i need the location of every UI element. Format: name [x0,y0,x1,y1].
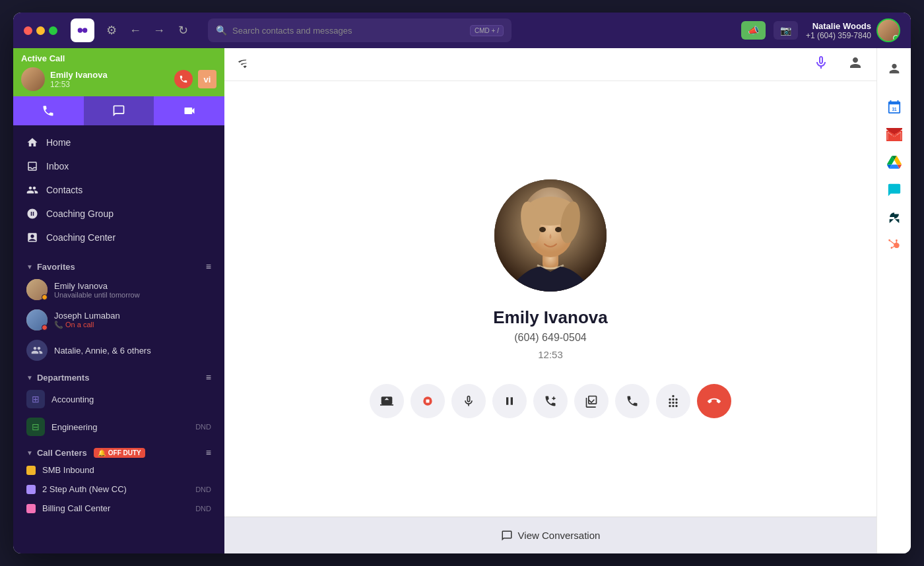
search-input[interactable] [232,26,465,36]
user-phone: +1 (604) 359-7840 [806,31,871,40]
nav-label-coaching-center: Coaching Center [46,232,116,243]
call-centers-header: ▼ Call Centers 🔔 OFF DUTY ≡ [13,441,224,460]
cc-item-2step[interactable]: 2 Step Auth (New CC) DND [13,480,224,499]
favorites-arrow[interactable]: ▼ [26,263,33,270]
nav-item-contacts[interactable]: Contacts [13,178,224,202]
call-content: Emily Ivanova (604) 649-0504 12:53 [224,81,876,517]
svg-point-9 [539,227,546,232]
drive-icon [887,155,902,170]
transfer-button[interactable] [574,384,609,418]
home-icon [26,137,38,148]
refresh-button[interactable]: ↻ [174,21,192,40]
cc-name-2step: 2 Step Auth (New CC) [42,484,127,494]
right-icon-zendesk[interactable] [882,205,907,230]
dept-item-engineering[interactable]: ⊟ Engineering DND [13,413,224,441]
contact-photo-svg [494,179,607,292]
fav-item-group[interactable]: Natalie, Annie, & 6 others [13,335,224,365]
view-conversation-bar[interactable]: View Conversation [224,517,876,553]
active-call-initial: vi [198,70,216,88]
add-call-button[interactable] [533,384,568,418]
fav-avatar-joseph [26,309,48,330]
fav-name-emily: Emily Ivanova [54,281,140,291]
right-panel: 31 M [876,48,911,553]
chat-action-button[interactable] [84,96,154,125]
mic-mute-icon [462,394,475,408]
chat-icon [112,104,125,117]
search-bar[interactable]: 🔍 CMD + / [208,18,512,42]
keypad-icon [667,394,680,408]
cc-item-billing[interactable]: Billing Call Center DND [13,499,224,518]
camera-icon-btn[interactable]: 📷 [774,21,798,40]
fav-name-joseph: Joseph Lumaban [54,311,120,321]
svg-text:31: 31 [892,107,897,111]
mic-icon-svg [813,55,829,71]
engineering-icon: ⊟ [26,418,45,436]
hold-button[interactable] [492,384,527,418]
minimize-button[interactable] [36,26,45,35]
profile-icon[interactable] [847,55,863,75]
add-call-icon [544,394,557,408]
2step-dnd-badge: DND [195,486,211,493]
forward-button[interactable]: → [150,21,168,40]
close-button[interactable] [24,26,32,35]
nav-item-inbox[interactable]: Inbox [13,154,224,178]
hubspot-icon [887,238,902,253]
user-avatar[interactable] [876,18,900,42]
online-status-dot [893,35,899,41]
dept-item-accounting[interactable]: ⊞ Accounting [13,385,224,413]
departments-arrow[interactable]: ▼ [26,374,33,381]
megaphone-icon: 📣 [748,25,759,36]
microphone-icon[interactable] [813,55,829,75]
back-button[interactable]: ← [126,21,145,40]
signal-bars-icon [238,56,252,73]
departments-menu[interactable]: ≡ [206,372,211,383]
video-action-button[interactable] [154,96,224,125]
nav-item-home[interactable]: Home [13,131,224,154]
main-area-top [224,48,876,81]
call-centers-arrow[interactable]: ▼ [26,449,33,456]
broadcast-button[interactable]: 📣 [741,21,766,40]
cc-item-smb[interactable]: SMB Inbound [13,460,224,480]
user-name: Natalie Woods [806,21,871,31]
nav-label-coaching-group: Coaching Group [46,208,114,219]
call-flip-button[interactable] [615,384,649,418]
fav-info-joseph: Joseph Lumaban 📞 On a call [54,311,120,329]
nav-label-contacts: Contacts [46,185,82,195]
fav-item-joseph[interactable]: Joseph Lumaban 📞 On a call [13,305,224,335]
engineering-dnd-badge: DND [195,423,211,431]
maximize-button[interactable] [49,26,57,35]
contacts-icon [26,184,38,196]
nav-item-coaching-center[interactable]: Coaching Center [13,226,224,249]
view-conversation-label: View Conversation [518,530,601,541]
person-right-icon [887,61,902,76]
keypad-button[interactable] [656,384,690,418]
call-centers-menu[interactable]: ≡ [206,447,211,458]
signal-icon-svg [238,56,252,71]
right-icon-person[interactable] [882,56,907,81]
svg-point-10 [555,227,562,232]
right-icon-calendar[interactable]: 31 [882,94,907,119]
right-icon-drive[interactable] [882,150,907,175]
record-button[interactable] [411,384,445,418]
active-call-info: Emily Ivanova 12:53 [50,70,169,89]
fav-item-emily[interactable]: Emily Ivanova Unavailable until tomorrow [13,274,224,305]
user-info: Natalie Woods +1 (604) 359-7840 [806,18,900,42]
nav-section: Home Inbox Contacts Coaching Group Coach… [13,125,224,255]
status-dot-emily [42,294,48,300]
end-call-button[interactable] [697,384,731,418]
phone-action-button[interactable] [13,96,84,125]
right-icon-gmail[interactable]: M [882,122,907,147]
svg-rect-12 [426,400,430,403]
billing-dnd-badge: DND [195,505,211,513]
settings-button[interactable]: ⚙ [102,21,121,40]
screen-share-button[interactable] [370,384,404,418]
right-icon-hubspot[interactable] [882,233,907,258]
favorites-menu[interactable]: ≡ [206,261,211,272]
coaching-group-icon [26,208,38,220]
right-icon-chat[interactable] [882,177,907,203]
call-controls [370,384,731,418]
nav-item-coaching-group[interactable]: Coaching Group [13,202,224,226]
hangup-button[interactable] [174,70,193,88]
search-icon: 🔍 [216,25,227,36]
mute-button[interactable] [451,384,486,418]
